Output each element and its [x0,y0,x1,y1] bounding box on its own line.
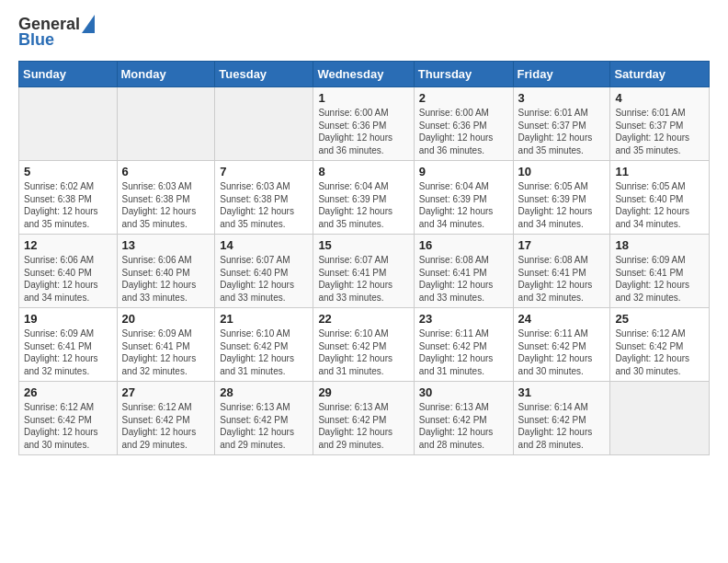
day-number: 11 [615,165,704,178]
calendar-cell: 12Sunrise: 6:06 AM Sunset: 6:40 PM Dayli… [19,235,118,308]
day-info: Sunrise: 6:11 AM Sunset: 6:42 PM Dayligh… [518,327,606,377]
day-number: 24 [518,312,606,326]
calendar-cell: 28Sunrise: 6:13 AM Sunset: 6:42 PM Dayli… [215,382,313,455]
weekday-header-thursday: Thursday [414,62,513,87]
weekday-header-friday: Friday [513,62,610,87]
calendar-cell [117,87,215,161]
calendar-cell: 18Sunrise: 6:09 AM Sunset: 6:41 PM Dayli… [610,235,710,308]
day-info: Sunrise: 6:00 AM Sunset: 6:36 PM Dayligh… [318,107,408,156]
logo: General Blue [18,15,95,50]
day-info: Sunrise: 6:07 AM Sunset: 6:40 PM Dayligh… [220,254,308,304]
day-number: 5 [24,165,112,178]
calendar-cell [610,382,710,455]
calendar-table: SundayMondayTuesdayWednesdayThursdayFrid… [18,61,710,455]
day-number: 2 [419,91,508,105]
day-info: Sunrise: 6:12 AM Sunset: 6:42 PM Dayligh… [615,327,704,377]
day-info: Sunrise: 6:07 AM Sunset: 6:41 PM Dayligh… [318,254,408,304]
calendar-cell: 30Sunrise: 6:13 AM Sunset: 6:42 PM Dayli… [414,382,513,455]
day-info: Sunrise: 6:12 AM Sunset: 6:42 PM Dayligh… [122,401,210,451]
day-info: Sunrise: 6:09 AM Sunset: 6:41 PM Dayligh… [122,327,210,377]
day-info: Sunrise: 6:02 AM Sunset: 6:38 PM Dayligh… [24,180,112,230]
day-info: Sunrise: 6:09 AM Sunset: 6:41 PM Dayligh… [24,327,112,377]
calendar-cell: 3Sunrise: 6:01 AM Sunset: 6:37 PM Daylig… [513,87,610,161]
day-info: Sunrise: 6:10 AM Sunset: 6:42 PM Dayligh… [220,327,308,377]
calendar-cell: 5Sunrise: 6:02 AM Sunset: 6:38 PM Daylig… [19,161,118,235]
day-number: 28 [220,385,308,399]
calendar-cell: 11Sunrise: 6:05 AM Sunset: 6:40 PM Dayli… [610,161,710,235]
day-info: Sunrise: 6:09 AM Sunset: 6:41 PM Dayligh… [615,254,704,304]
calendar-cell [215,87,313,161]
calendar-cell: 10Sunrise: 6:05 AM Sunset: 6:39 PM Dayli… [513,161,610,235]
weekday-header-tuesday: Tuesday [215,62,313,87]
calendar-cell: 22Sunrise: 6:10 AM Sunset: 6:42 PM Dayli… [313,308,414,382]
day-number: 17 [518,238,606,252]
day-number: 3 [518,91,606,105]
day-info: Sunrise: 6:14 AM Sunset: 6:42 PM Dayligh… [518,401,606,451]
calendar-week-1: 1Sunrise: 6:00 AM Sunset: 6:36 PM Daylig… [19,87,710,161]
svg-marker-0 [82,15,95,33]
calendar-cell: 2Sunrise: 6:00 AM Sunset: 6:36 PM Daylig… [414,87,513,161]
day-number: 18 [615,238,704,252]
calendar-cell: 20Sunrise: 6:09 AM Sunset: 6:41 PM Dayli… [117,308,215,382]
page: { "header": { "logo_general": "General",… [0,0,728,563]
weekday-header-sunday: Sunday [19,62,118,87]
day-info: Sunrise: 6:00 AM Sunset: 6:36 PM Dayligh… [419,107,508,156]
day-info: Sunrise: 6:11 AM Sunset: 6:42 PM Dayligh… [419,327,508,377]
calendar-cell: 6Sunrise: 6:03 AM Sunset: 6:38 PM Daylig… [117,161,215,235]
day-info: Sunrise: 6:10 AM Sunset: 6:42 PM Dayligh… [318,327,408,377]
calendar-cell: 29Sunrise: 6:13 AM Sunset: 6:42 PM Dayli… [313,382,414,455]
calendar-cell: 21Sunrise: 6:10 AM Sunset: 6:42 PM Dayli… [215,308,313,382]
calendar-week-5: 26Sunrise: 6:12 AM Sunset: 6:42 PM Dayli… [19,382,710,455]
day-number: 19 [24,312,112,326]
day-number: 6 [122,165,210,178]
calendar-week-2: 5Sunrise: 6:02 AM Sunset: 6:38 PM Daylig… [19,161,710,235]
day-number: 10 [518,165,606,178]
calendar-cell: 27Sunrise: 6:12 AM Sunset: 6:42 PM Dayli… [117,382,215,455]
header: General Blue [18,15,710,50]
weekday-header-saturday: Saturday [610,62,710,87]
day-number: 9 [419,165,508,178]
calendar-cell: 4Sunrise: 6:01 AM Sunset: 6:37 PM Daylig… [610,87,710,161]
day-info: Sunrise: 6:13 AM Sunset: 6:42 PM Dayligh… [220,401,308,451]
day-info: Sunrise: 6:06 AM Sunset: 6:40 PM Dayligh… [122,254,210,304]
day-info: Sunrise: 6:03 AM Sunset: 6:38 PM Dayligh… [220,180,308,230]
day-number: 13 [122,238,210,252]
calendar-cell: 8Sunrise: 6:04 AM Sunset: 6:39 PM Daylig… [313,161,414,235]
day-number: 16 [419,238,508,252]
day-number: 26 [24,385,112,399]
calendar-cell: 7Sunrise: 6:03 AM Sunset: 6:38 PM Daylig… [215,161,313,235]
day-number: 31 [518,385,606,399]
day-number: 25 [615,312,704,326]
calendar-cell: 25Sunrise: 6:12 AM Sunset: 6:42 PM Dayli… [610,308,710,382]
day-info: Sunrise: 6:04 AM Sunset: 6:39 PM Dayligh… [419,180,508,230]
day-info: Sunrise: 6:01 AM Sunset: 6:37 PM Dayligh… [518,107,606,156]
day-number: 27 [122,385,210,399]
calendar-cell: 26Sunrise: 6:12 AM Sunset: 6:42 PM Dayli… [19,382,118,455]
day-info: Sunrise: 6:05 AM Sunset: 6:40 PM Dayligh… [615,180,704,230]
calendar-cell: 19Sunrise: 6:09 AM Sunset: 6:41 PM Dayli… [19,308,118,382]
day-info: Sunrise: 6:12 AM Sunset: 6:42 PM Dayligh… [24,401,112,451]
day-number: 23 [419,312,508,326]
day-info: Sunrise: 6:08 AM Sunset: 6:41 PM Dayligh… [419,254,508,304]
day-info: Sunrise: 6:13 AM Sunset: 6:42 PM Dayligh… [419,401,508,451]
logo-triangle-icon [82,15,95,33]
day-info: Sunrise: 6:01 AM Sunset: 6:37 PM Dayligh… [615,107,704,156]
day-number: 12 [24,238,112,252]
weekday-header-monday: Monday [117,62,215,87]
calendar-cell: 9Sunrise: 6:04 AM Sunset: 6:39 PM Daylig… [414,161,513,235]
weekday-header-wednesday: Wednesday [313,62,414,87]
day-number: 30 [419,385,508,399]
day-info: Sunrise: 6:13 AM Sunset: 6:42 PM Dayligh… [318,401,408,451]
day-number: 7 [220,165,308,178]
day-number: 8 [318,165,408,178]
calendar-week-3: 12Sunrise: 6:06 AM Sunset: 6:40 PM Dayli… [19,235,710,308]
day-info: Sunrise: 6:06 AM Sunset: 6:40 PM Dayligh… [24,254,112,304]
day-info: Sunrise: 6:03 AM Sunset: 6:38 PM Dayligh… [122,180,210,230]
day-number: 4 [615,91,704,105]
day-number: 22 [318,312,408,326]
calendar-cell: 14Sunrise: 6:07 AM Sunset: 6:40 PM Dayli… [215,235,313,308]
day-number: 14 [220,238,308,252]
day-info: Sunrise: 6:08 AM Sunset: 6:41 PM Dayligh… [518,254,606,304]
calendar-cell: 15Sunrise: 6:07 AM Sunset: 6:41 PM Dayli… [313,235,414,308]
day-number: 1 [318,91,408,105]
